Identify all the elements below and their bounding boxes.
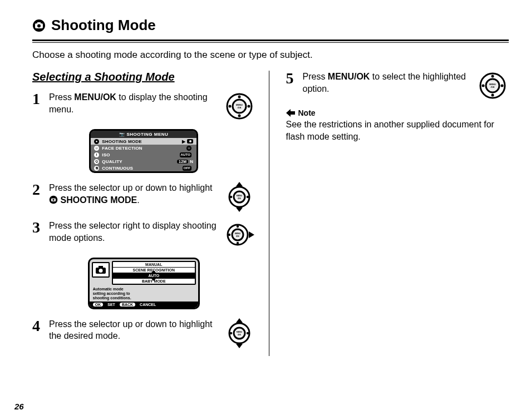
shooting-mode-options-screenshot: MANUAL SCENE RECOGNITION AUTO BABY MODE … bbox=[88, 258, 200, 309]
step-body: Press MENU/OK to display the shooting me… bbox=[49, 91, 218, 115]
opt-description: Automatic mode setting according to shoo… bbox=[90, 285, 198, 301]
svg-text:/OK: /OK bbox=[237, 106, 241, 109]
step-3: 3 Press the selector right to display sh… bbox=[32, 220, 255, 250]
svg-rect-2 bbox=[37, 22, 41, 24]
left-column: Selecting a Shooting Mode 1 Press MENU/O… bbox=[32, 71, 269, 356]
step-number: 2 bbox=[32, 182, 43, 197]
selector-dial-center-icon: MENU /OK bbox=[224, 91, 254, 121]
selector-dial-right-icon: MENU /OK bbox=[224, 220, 254, 250]
svg-marker-15 bbox=[236, 182, 243, 186]
intro-text: Choose a shooting mode according to the … bbox=[32, 50, 509, 61]
svg-point-14 bbox=[52, 199, 54, 201]
svg-marker-50 bbox=[286, 109, 295, 117]
svg-marker-35 bbox=[236, 344, 243, 348]
step-1: 1 Press MENU/OK to display the shooting … bbox=[32, 91, 255, 121]
svg-text:/OK: /OK bbox=[235, 235, 239, 238]
svg-point-22 bbox=[246, 196, 248, 198]
shooting-menu-screenshot: 📷 SHOOTING MENU ●SHOOTING MODE ▶ ☺FACE D… bbox=[89, 129, 198, 173]
svg-text:MENU: MENU bbox=[236, 331, 242, 333]
step-number: 5 bbox=[286, 71, 297, 86]
step-body: Press MENU/OK to select the highlighted … bbox=[303, 71, 471, 95]
svg-point-29 bbox=[236, 242, 238, 244]
svg-rect-32 bbox=[99, 266, 103, 268]
svg-marker-34 bbox=[236, 318, 243, 323]
svg-text:/OK: /OK bbox=[237, 333, 241, 335]
svg-point-3 bbox=[37, 24, 41, 27]
step-number: 4 bbox=[32, 318, 43, 334]
opt-cam-icon bbox=[92, 262, 110, 278]
svg-point-9 bbox=[247, 105, 250, 108]
svg-point-33 bbox=[99, 269, 102, 273]
step-number: 3 bbox=[32, 220, 43, 235]
step-number: 1 bbox=[32, 91, 43, 107]
selector-dial-updown-icon: MENU /OK bbox=[224, 182, 254, 212]
camera-icon bbox=[49, 195, 58, 204]
step-5: 5 Press MENU/OK to select the highlighte… bbox=[286, 71, 509, 101]
svg-point-49 bbox=[491, 94, 494, 97]
svg-point-27 bbox=[228, 234, 230, 236]
selector-dial-updown-icon: MENU /OK bbox=[224, 318, 254, 348]
note-heading: Note bbox=[286, 108, 509, 117]
svg-point-47 bbox=[501, 85, 504, 87]
svg-point-8 bbox=[228, 105, 231, 108]
svg-text:/OK: /OK bbox=[490, 86, 494, 88]
camera-icon bbox=[32, 19, 46, 32]
svg-point-46 bbox=[482, 85, 485, 87]
note-body: See the restrictions in another supplied… bbox=[286, 118, 509, 142]
menu-row-quality: QQUALITY 12MN bbox=[91, 158, 196, 165]
page-number: 26 bbox=[14, 402, 24, 411]
step-body: Press the selector up or down to highlig… bbox=[49, 318, 218, 342]
section-subhead: Selecting a Shooting Mode bbox=[32, 71, 255, 83]
title-rule-thin bbox=[32, 42, 509, 43]
opt-item: MANUAL bbox=[113, 262, 195, 268]
svg-point-10 bbox=[238, 96, 240, 98]
svg-marker-16 bbox=[236, 207, 243, 212]
opt-item-selected: AUTO bbox=[113, 273, 195, 279]
svg-text:MENU: MENU bbox=[234, 233, 240, 235]
right-column: 5 Press MENU/OK to select the highlighte… bbox=[286, 71, 509, 356]
selector-dial-center-icon: MENU /OK bbox=[478, 71, 508, 101]
title-text: Shooting Mode bbox=[51, 17, 156, 34]
svg-point-11 bbox=[238, 115, 240, 117]
title-rule bbox=[32, 39, 509, 41]
menu-row-shooting-mode: ●SHOOTING MODE ▶ bbox=[91, 138, 196, 145]
svg-point-48 bbox=[491, 75, 494, 78]
svg-text:MENU: MENU bbox=[236, 195, 242, 197]
svg-marker-30 bbox=[249, 231, 254, 238]
step-body: Press the selector up or down to highlig… bbox=[49, 182, 218, 206]
step-body: Press the selector right to display shoo… bbox=[49, 220, 218, 244]
svg-point-40 bbox=[229, 332, 232, 334]
svg-text:/OK: /OK bbox=[237, 197, 241, 200]
svg-point-28 bbox=[236, 225, 238, 228]
menu-row-face-detection: ☺FACE DETECTION ☺ bbox=[91, 145, 196, 151]
svg-point-21 bbox=[229, 196, 232, 198]
menu-header: 📷 SHOOTING MENU bbox=[91, 131, 196, 138]
step-4: 4 Press the selector up or down to highl… bbox=[32, 318, 255, 348]
svg-point-41 bbox=[246, 332, 248, 334]
menu-row-iso: IISO AUTO bbox=[91, 151, 196, 158]
pointer-left-icon bbox=[286, 109, 295, 117]
step-2: 2 Press the selector up or down to highl… bbox=[32, 182, 255, 212]
page-title: Shooting Mode bbox=[32, 17, 509, 36]
opt-footer: OK SET BACK CANCEL bbox=[90, 302, 198, 308]
menu-row-continuous: ⧉CONTINUOUS OFF bbox=[91, 165, 196, 171]
